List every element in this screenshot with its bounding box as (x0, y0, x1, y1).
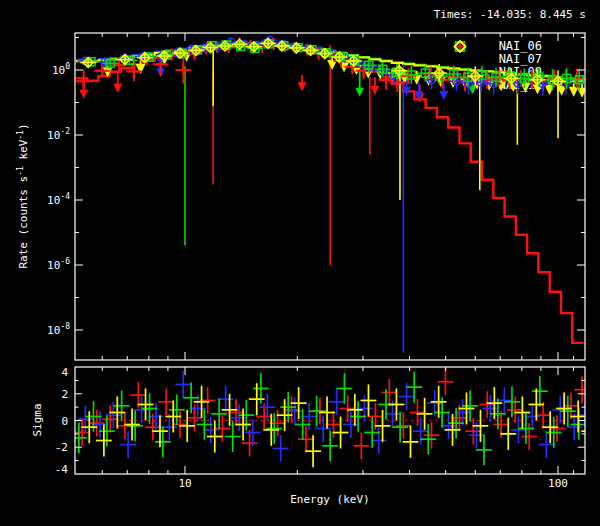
long-error-bars-nai06 (213, 45, 370, 265)
x-tick-label: 10 (178, 477, 191, 490)
upper-limit-arrows-nai06 (79, 73, 424, 102)
y-tick-label: 10-2 (47, 127, 70, 142)
sigma-tick-label: -4 (55, 463, 69, 476)
times-label: Times: -14.035: 8.445 s (434, 8, 586, 21)
sigma-tick-label: 0 (61, 415, 68, 428)
y-tick-label: 10-8 (47, 322, 70, 337)
main-panel-data (76, 36, 587, 352)
plot-window: NAI_06 NAI_07 NAI_09 NAI_11 10010-210-41… (0, 0, 600, 526)
sigma-tick-label: -2 (55, 441, 68, 454)
sigma-panel-data (71, 368, 597, 467)
rate-axis-title-text: Rate (counts s-1 keV-1) (16, 123, 30, 268)
y-tick-label: 10-6 (47, 257, 70, 272)
y-tick-label: 10-4 (47, 192, 70, 207)
y-tick-label: 100 (52, 62, 70, 77)
spectrum-chart-svg: 10010-210-410-610-8420-2-410100Rate (cou… (0, 0, 600, 526)
sigma-tick-label: 4 (61, 366, 68, 379)
sigma-series-nai_09 (71, 372, 587, 465)
x-tick-labels: 10100 (178, 477, 568, 490)
sigma-tick-label: 2 (61, 388, 68, 401)
rate-axis-title: Rate (counts s-1 keV-1) (16, 123, 30, 268)
x-tick-label: 100 (548, 477, 568, 490)
sigma-axis-title: Sigma (31, 403, 44, 436)
x-axis-title: Energy (keV) (290, 493, 369, 506)
